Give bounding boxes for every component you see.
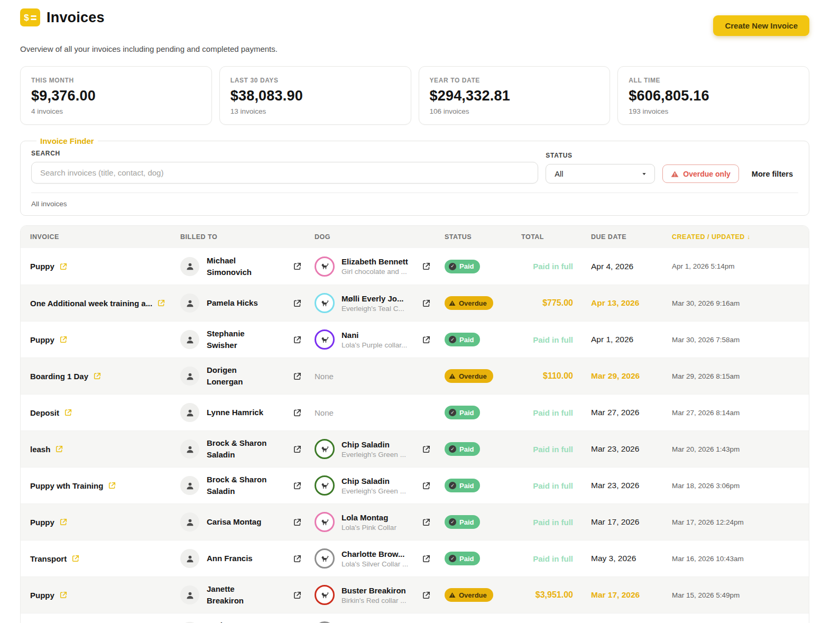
- dog-cell: Elizabeth Bennett Girl chocolate and ...: [315, 256, 445, 277]
- total-cell: Paid in full: [521, 518, 591, 527]
- dog-avatar: [315, 475, 335, 496]
- invoice-cell: Transport: [30, 554, 180, 563]
- external-link-icon[interactable]: [157, 299, 165, 307]
- sort-descending-arrow: ↓: [747, 233, 751, 241]
- status-cell: ✓ Paid: [445, 479, 521, 492]
- dog-detail: Everleigh's Teal C...: [341, 305, 419, 313]
- total-cell: $110.00: [521, 371, 591, 381]
- warning-triangle-icon: [449, 592, 456, 598]
- column-header-status: STATUS: [445, 233, 521, 241]
- billed-to-cell: Dorigen Lonergan: [180, 620, 315, 623]
- dog-detail: Everleigh's Green ...: [341, 451, 419, 459]
- external-link-icon[interactable]: [293, 445, 302, 454]
- chevron-down-icon: [640, 170, 648, 178]
- page-header: $ Invoices Create New Invoice Overview o…: [20, 8, 809, 53]
- external-link-icon[interactable]: [422, 591, 431, 600]
- table-row: Puppy Michael Simonovich Elizabeth Benne…: [21, 248, 809, 285]
- page-title: Invoices: [47, 10, 105, 26]
- stat-count: 106 invoices: [430, 107, 599, 115]
- external-link-icon[interactable]: [55, 445, 63, 453]
- invoice-cell: Puppy: [30, 335, 180, 344]
- dog-avatar: [315, 293, 335, 313]
- status-badge: Overdue: [445, 369, 493, 383]
- external-link-icon[interactable]: [59, 591, 68, 599]
- stat-amount: $9,376.00: [31, 88, 201, 104]
- person-icon: [185, 408, 195, 418]
- due-date-cell: Mar 29, 2026: [591, 371, 672, 381]
- external-link-icon[interactable]: [293, 591, 302, 600]
- contact-name: Brock & Sharon Saladin: [207, 474, 271, 497]
- overdue-only-button[interactable]: Overdue only: [662, 164, 739, 183]
- external-link-icon[interactable]: [108, 481, 116, 490]
- external-link-icon[interactable]: [293, 518, 302, 527]
- contact-avatar: [180, 439, 199, 459]
- external-link-icon[interactable]: [293, 554, 302, 563]
- stat-label: ALL TIME: [629, 77, 798, 84]
- external-link-icon[interactable]: [293, 299, 302, 308]
- column-header-created-updated[interactable]: CREATED / UPDATED↓: [672, 233, 809, 241]
- contact-avatar: [180, 367, 199, 386]
- check-circle-icon: ✓: [449, 482, 456, 489]
- created-updated-cell: Mar 18, 2026 3:06pm: [672, 482, 809, 490]
- external-link-icon[interactable]: [59, 262, 68, 271]
- external-link-icon[interactable]: [71, 554, 80, 563]
- warning-triangle-icon: [671, 170, 679, 178]
- external-link-icon[interactable]: [59, 518, 68, 526]
- billed-to-cell: Stephanie Swisher: [180, 328, 315, 351]
- external-link-icon[interactable]: [422, 335, 431, 344]
- external-link-icon[interactable]: [64, 408, 72, 417]
- dog-detail: Lola's Pink Collar: [341, 524, 419, 532]
- create-new-invoice-button[interactable]: Create New Invoice: [713, 15, 809, 36]
- dog-name: Buster Breakiron: [341, 586, 419, 595]
- column-header-invoice: INVOICE: [30, 233, 180, 241]
- created-updated-cell: Mar 30, 2026 9:16am: [672, 299, 809, 307]
- page-subtitle: Overview of all your invoices including …: [20, 44, 809, 53]
- dog-avatar: [315, 256, 335, 277]
- external-link-icon[interactable]: [59, 335, 68, 344]
- external-link-icon[interactable]: [422, 262, 431, 271]
- invoice-cell: Puppy: [30, 591, 180, 600]
- status-select-value: All: [555, 170, 563, 178]
- search-input[interactable]: [31, 162, 538, 184]
- external-link-icon[interactable]: [422, 481, 431, 490]
- stat-count: 13 invoices: [230, 107, 400, 115]
- external-link-icon[interactable]: [293, 408, 302, 417]
- overdue-only-label: Overdue only: [683, 170, 730, 178]
- external-link-icon[interactable]: [422, 445, 431, 454]
- contact-name: Lynne Hamrick: [207, 407, 271, 418]
- invoice-finder-panel: Invoice Finder SEARCH STATUS All Over: [20, 136, 809, 216]
- dog-cell: None: [315, 408, 445, 417]
- external-link-icon[interactable]: [293, 335, 302, 344]
- due-date-cell: Apr 1, 2026: [591, 335, 672, 344]
- dog-detail: Birkin's Red collar ...: [341, 597, 419, 604]
- created-updated-cell: Mar 17, 2026 12:24pm: [672, 518, 809, 526]
- stat-label: LAST 30 DAYS: [230, 77, 400, 84]
- dog-name: Nani: [341, 331, 419, 340]
- external-link-icon[interactable]: [93, 372, 101, 380]
- status-cell: ✓ Paid: [445, 515, 521, 529]
- status-select[interactable]: All: [546, 164, 655, 184]
- more-filters-button[interactable]: More filters: [746, 164, 798, 183]
- status-badge: ✓ Paid: [445, 552, 480, 565]
- person-icon: [185, 554, 195, 564]
- column-header-billed-to: BILLED TO: [180, 233, 315, 241]
- status-cell: ✓ Paid: [445, 333, 521, 346]
- table-row: leash Brock & Sharon Saladin Chip Saladi…: [21, 430, 809, 467]
- dog-name: Elizabeth Bennett: [341, 257, 419, 266]
- total-cell: Paid in full: [521, 481, 591, 490]
- stat-card-year-to-date: YEAR TO DATE $294,332.81 106 invoices: [419, 66, 611, 125]
- external-link-icon[interactable]: [293, 481, 302, 490]
- stat-card-all-time: ALL TIME $606,805.16 193 invoices: [617, 66, 809, 125]
- external-link-icon[interactable]: [293, 372, 302, 381]
- external-link-icon[interactable]: [422, 299, 431, 308]
- invoice-title: One Additional week training a...: [30, 299, 152, 308]
- dog-icon: [320, 590, 330, 600]
- external-link-icon[interactable]: [293, 262, 302, 271]
- external-link-icon[interactable]: [422, 518, 431, 527]
- status-badge: ✓ Paid: [445, 333, 480, 346]
- dog-cell: Chip Saladin Everleigh's Green ...: [315, 439, 445, 459]
- contact-name: Stephanie Swisher: [207, 328, 271, 351]
- external-link-icon[interactable]: [422, 554, 431, 563]
- stat-amount: $294,332.81: [430, 88, 599, 104]
- status-cell: ✓ Paid: [445, 406, 521, 419]
